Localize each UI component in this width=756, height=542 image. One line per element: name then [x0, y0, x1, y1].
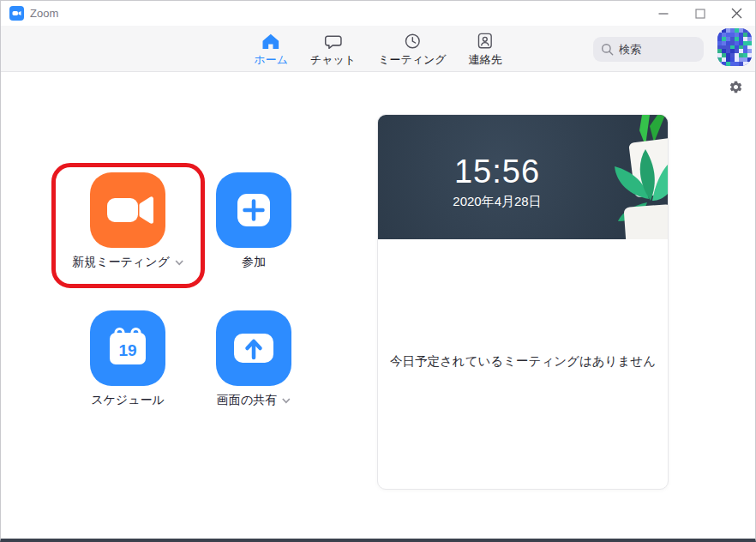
settings-button[interactable] [728, 80, 743, 95]
new-meeting-label: 新規ミーティング [72, 255, 170, 270]
video-camera-icon [90, 172, 165, 248]
close-icon [731, 8, 742, 19]
nav-tabs: ホーム チャット ミーティング [254, 32, 501, 68]
meetings-panel: 15:56 2020年4月28日 今日予定されているミーティングはありません [377, 114, 669, 490]
zoom-logo-icon [9, 6, 24, 21]
window-title: Zoom [30, 7, 58, 20]
join-label: 参加 [242, 255, 266, 270]
minimize-button[interactable] [645, 1, 681, 26]
minimize-icon [658, 9, 669, 19]
tab-meetings-label: ミーティング [378, 52, 447, 68]
schedule-label: スケジュール [91, 393, 165, 408]
tab-home[interactable]: ホーム [254, 32, 288, 68]
chevron-down-icon[interactable] [175, 260, 183, 266]
search-icon [601, 43, 614, 56]
close-button[interactable] [718, 1, 755, 26]
panel-hero-image: 15:56 2020年4月28日 [378, 115, 668, 239]
chevron-down-icon[interactable] [282, 398, 291, 404]
share-screen-label: 画面の共有 [217, 393, 277, 408]
avatar[interactable] [717, 28, 752, 66]
search-input[interactable] [619, 43, 696, 56]
search-box[interactable] [593, 37, 704, 62]
maximize-button[interactable] [681, 1, 718, 26]
tab-home-label: ホーム [254, 52, 288, 68]
tab-meetings[interactable]: ミーティング [378, 32, 447, 68]
share-screen-arrow-icon [216, 310, 291, 386]
current-date: 2020年4月28日 [378, 194, 642, 210]
top-navbar: ホーム チャット ミーティング [1, 26, 755, 72]
hero-clock: 15:56 2020年4月28日 [378, 154, 642, 210]
titlebar: Zoom [1, 1, 755, 26]
tab-chat[interactable]: チャット [310, 32, 356, 68]
maximize-icon [695, 9, 705, 19]
calendar-icon: 19 [90, 310, 165, 386]
home-content: 新規ミーティング 参加 [1, 72, 755, 538]
tab-contacts[interactable]: 連絡先 [469, 32, 502, 68]
current-time: 15:56 [378, 154, 642, 190]
contacts-icon [477, 32, 494, 50]
no-meetings-message: 今日予定されているミーティングはありません [378, 353, 668, 370]
new-meeting-button[interactable]: 新規ミーティング [90, 172, 165, 248]
join-button[interactable]: 参加 [216, 172, 291, 248]
home-icon [262, 32, 280, 50]
schedule-button[interactable]: 19 スケジュール [90, 310, 165, 386]
chat-icon [324, 32, 342, 50]
share-screen-button[interactable]: 画面の共有 [216, 310, 291, 386]
plus-icon [216, 172, 291, 248]
calendar-day-number: 19 [118, 341, 136, 359]
tab-contacts-label: 連絡先 [469, 52, 502, 68]
settings-gear-icon [729, 80, 743, 94]
window-controls [645, 1, 755, 26]
zoom-window: Zoom [0, 0, 756, 542]
meetings-clock-icon [404, 32, 421, 50]
tab-chat-label: チャット [310, 52, 356, 68]
